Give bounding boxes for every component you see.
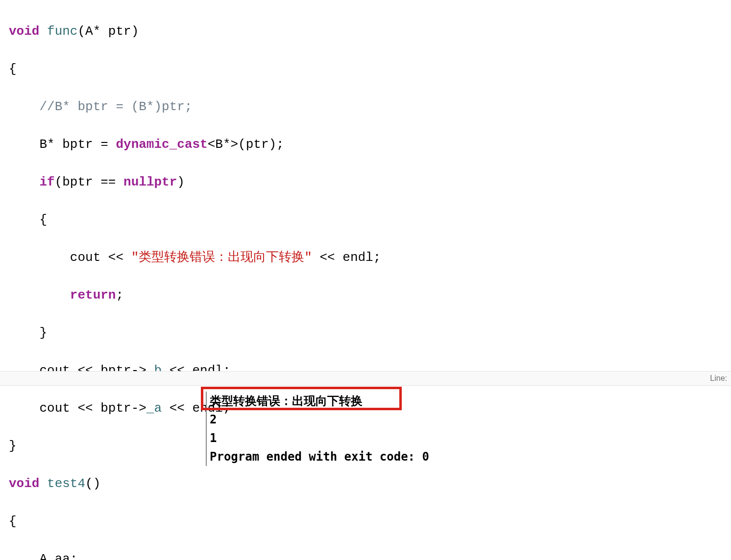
code-line: {	[9, 210, 722, 230]
keyword-return: return	[70, 288, 116, 303]
indent	[9, 175, 39, 189]
code-text: {	[39, 212, 47, 227]
code-line: A aa;	[9, 550, 722, 560]
indent	[9, 250, 70, 265]
indent	[9, 401, 39, 416]
code-line: {	[9, 512, 722, 531]
indent	[9, 212, 39, 227]
keyword-void: void	[9, 24, 39, 39]
indent	[9, 326, 39, 340]
code-line: cout << "类型转换错误：出现向下转换" << endl;	[9, 248, 722, 267]
editor-statusbar: Line:	[0, 371, 731, 386]
code-line: return;	[9, 286, 722, 305]
code-text: ;	[116, 288, 123, 303]
code-line: {	[9, 60, 722, 79]
code-line: if(bptr == nullptr)	[9, 173, 722, 192]
code-line: }	[9, 324, 722, 343]
code-text: ()	[85, 476, 100, 491]
keyword-if: if	[39, 175, 54, 189]
string-literal: "类型转换错误：出现向下转换"	[131, 250, 312, 265]
indent	[9, 99, 39, 114]
console-output[interactable]: 类型转换错误：出现向下转换 2 1 Program ended with exi…	[206, 392, 429, 466]
function-name: test4	[47, 476, 85, 491]
indent	[9, 288, 70, 303]
code-text: B* bptr =	[39, 137, 116, 152]
code-text: A aa;	[39, 552, 77, 560]
member-variable: _a	[146, 401, 162, 416]
console-line: 1	[210, 429, 429, 447]
console-line: Program ended with exit code: 0	[210, 447, 429, 466]
code-text: <B*>(ptr);	[208, 137, 284, 152]
code-text: cout << bptr->	[39, 401, 146, 416]
indent	[9, 552, 39, 560]
console-line: 2	[210, 410, 429, 429]
console-line: 类型转换错误：出现向下转换	[210, 392, 429, 410]
code-line: void func(A* ptr)	[9, 22, 722, 41]
function-name: func	[47, 24, 77, 39]
keyword-dynamic-cast: dynamic_cast	[116, 137, 207, 152]
keyword-void: void	[9, 476, 39, 491]
code-text: )	[177, 175, 185, 189]
code-text: }	[39, 326, 47, 340]
code-line: void test4()	[9, 474, 722, 493]
indent	[9, 137, 39, 152]
line-indicator-label: Line:	[710, 374, 727, 383]
keyword-nullptr: nullptr	[123, 175, 177, 189]
code-text: << endl;	[312, 250, 381, 265]
code-line: B* bptr = dynamic_cast<B*>(ptr);	[9, 135, 722, 154]
comment-text: //B* bptr = (B*)ptr;	[39, 99, 192, 114]
code-editor[interactable]: void func(A* ptr) { //B* bptr = (B*)ptr;…	[0, 0, 731, 560]
code-text: cout <<	[70, 250, 131, 265]
code-line: //B* bptr = (B*)ptr;	[9, 97, 722, 117]
code-text: (bptr ==	[55, 175, 123, 189]
code-text: (A* ptr)	[77, 24, 139, 39]
